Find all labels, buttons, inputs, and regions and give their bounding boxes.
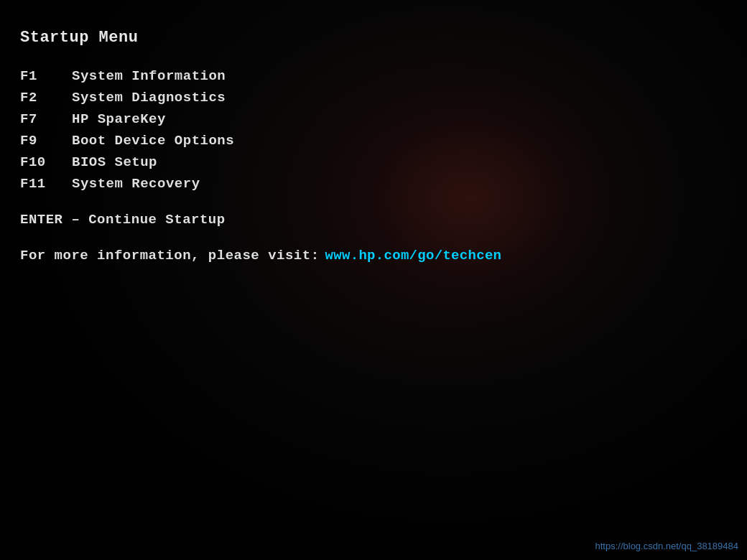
menu-key: F1 [20,68,72,84]
menu-key: F2 [20,90,72,106]
menu-item[interactable]: F2System Diagnostics [20,90,733,106]
menu-description: System Information [72,68,226,84]
bios-screen: Startup Menu F1System InformationF2Syste… [0,0,747,560]
menu-description: HP SpareKey [72,111,166,127]
menu-item[interactable]: F7HP SpareKey [20,111,733,127]
watermark: https://blog.csdn.net/qq_38189484 [595,541,739,551]
menu-key: F10 [20,154,72,170]
menu-content: Startup Menu F1System InformationF2Syste… [20,29,733,263]
menu-item[interactable]: F11System Recovery [20,176,733,192]
menu-description: System Diagnostics [72,90,226,106]
menu-key: F9 [20,133,72,149]
info-label: For more information, please visit: [20,248,320,263]
info-url: www.hp.com/go/techcen [325,248,502,263]
menu-description: Boot Device Options [72,133,234,149]
enter-line: ENTER – Continue Startup [20,212,733,228]
menu-item[interactable]: F9Boot Device Options [20,133,733,149]
menu-description: BIOS Setup [72,154,157,170]
menu-item[interactable]: F10BIOS Setup [20,154,733,170]
menu-section: F1System InformationF2System Diagnostics… [20,68,733,192]
menu-key: F11 [20,176,72,192]
info-line: For more information, please visit: www.… [20,248,733,263]
menu-item[interactable]: F1System Information [20,68,733,84]
menu-description: System Recovery [72,176,200,192]
menu-key: F7 [20,111,72,127]
screen-title: Startup Menu [20,29,733,47]
